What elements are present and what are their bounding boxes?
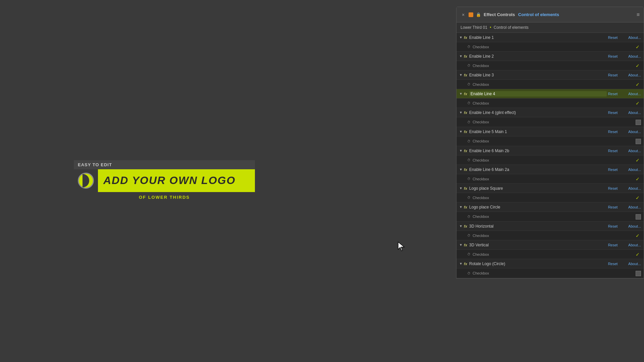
chevron-icon[interactable]: ▼ <box>459 243 463 247</box>
clock-icon: ⏱ <box>467 252 471 256</box>
logo-half-shape <box>83 174 89 187</box>
checkbox-row: ⏱Checkbox <box>457 212 644 222</box>
about-button[interactable]: About... <box>624 36 641 40</box>
reset-button[interactable]: Reset <box>607 130 619 134</box>
about-button[interactable]: About... <box>624 54 641 58</box>
chevron-icon[interactable]: ▼ <box>459 130 463 133</box>
chevron-icon[interactable]: ▼ <box>459 168 463 171</box>
checkbox-label: Checkbox <box>473 252 634 256</box>
effect-row: ▼fxEnable Line 2ResetAbout... <box>457 52 644 61</box>
checkbox-row: ⏱Checkbox✓ <box>457 250 644 259</box>
panel-title: Effect Controls Control of elements <box>484 12 634 17</box>
reset-button[interactable]: Reset <box>607 111 619 115</box>
fx-badge: fx <box>464 111 467 115</box>
fx-badge: fx <box>464 168 467 172</box>
logo-circle <box>74 169 98 192</box>
chevron-icon[interactable]: ▼ <box>459 205 463 209</box>
checkbox-value[interactable]: ✓ <box>634 101 641 106</box>
easy-to-edit-label: EASY TO EDIT <box>78 162 112 167</box>
reset-button[interactable]: Reset <box>607 73 619 77</box>
about-button[interactable]: About... <box>624 262 641 266</box>
checkbox-value[interactable]: ✓ <box>634 176 641 182</box>
reset-button[interactable]: Reset <box>607 168 619 172</box>
checkbox-empty-box <box>636 271 641 276</box>
reset-button[interactable]: Reset <box>607 54 619 58</box>
checkbox-label: Checkbox <box>473 82 634 86</box>
subtitle-bar: OF LOWER THIRDS <box>74 192 255 202</box>
effect-name: Enable Line 2 <box>469 54 607 59</box>
chevron-icon[interactable]: ▼ <box>459 262 463 265</box>
effect-name: Logo place Square <box>469 186 607 191</box>
checkbox-value[interactable] <box>636 270 641 276</box>
checkbox-row: ⏱Checkbox✓ <box>457 174 644 184</box>
about-button[interactable]: About... <box>624 149 641 153</box>
reset-button[interactable]: Reset <box>607 243 619 247</box>
about-button[interactable]: About... <box>624 73 641 77</box>
main-title-text: ADD YOUR OWN LOGO <box>98 174 241 187</box>
reset-button[interactable]: Reset <box>607 224 619 228</box>
clock-icon: ⏱ <box>467 139 471 143</box>
checkbox-row: ⏱Checkbox✓ <box>457 231 644 240</box>
fx-badge: fx <box>464 36 467 40</box>
checkbox-value[interactable] <box>636 119 641 125</box>
effect-row: ▼fxEnable Line 5 Main 1ResetAbout... <box>457 127 644 136</box>
effect-controls-panel: × 🔒 Effect Controls Control of elements … <box>456 7 644 279</box>
checkbox-label: Checkbox <box>473 45 634 49</box>
chevron-icon[interactable]: ▼ <box>459 186 463 190</box>
reset-button[interactable]: Reset <box>607 149 619 153</box>
reset-button[interactable]: Reset <box>607 92 619 96</box>
mouse-cursor <box>397 241 406 252</box>
checkbox-label: Checkbox <box>473 158 634 162</box>
effect-name: Enable Line 6 Main 2b <box>469 148 607 153</box>
about-button[interactable]: About... <box>624 168 641 172</box>
about-button[interactable]: About... <box>624 205 641 209</box>
svg-marker-0 <box>398 242 404 251</box>
about-button[interactable]: About... <box>624 186 641 190</box>
chevron-icon[interactable]: ▼ <box>459 92 463 96</box>
effect-row: ▼fxEnable Line 3ResetAbout... <box>457 70 644 80</box>
reset-button[interactable]: Reset <box>607 36 619 40</box>
effect-row: ▼fxEnable Line 6 Main 2aResetAbout... <box>457 165 644 174</box>
reset-button[interactable]: Reset <box>607 205 619 209</box>
about-button[interactable]: About... <box>624 130 641 134</box>
effect-row: ▼fx3D VerticalResetAbout... <box>457 240 644 250</box>
clock-icon: ⏱ <box>467 234 471 237</box>
effect-row: ▼fxEnable Line 1ResetAbout... <box>457 33 644 42</box>
subtitle-text: OF LOWER THIRDS <box>139 195 190 200</box>
clock-icon: ⏱ <box>467 45 471 49</box>
checkbox-row: ⏱Checkbox✓ <box>457 99 644 108</box>
about-button[interactable]: About... <box>624 243 641 247</box>
checkbox-value[interactable]: ✓ <box>634 158 641 163</box>
checkbox-value[interactable]: ✓ <box>634 233 641 238</box>
logo-circle-inner <box>78 173 94 189</box>
checkbox-value[interactable] <box>636 214 641 220</box>
checkbox-label: Checkbox <box>473 139 636 143</box>
checkbox-row: ⏱Checkbox✓ <box>457 42 644 52</box>
logo-main-bar: ADD YOUR OWN LOGO <box>74 169 255 192</box>
about-button[interactable]: About... <box>624 111 641 115</box>
preview-area: EASY TO EDIT ADD YOUR OWN LOGO OF LOWER … <box>0 0 329 362</box>
checkbox-value[interactable] <box>636 138 641 144</box>
checkbox-value[interactable]: ✓ <box>634 195 641 200</box>
chevron-icon[interactable]: ▼ <box>459 111 463 114</box>
chevron-icon[interactable]: ▼ <box>459 54 463 58</box>
close-button[interactable]: × <box>461 12 466 17</box>
clock-icon: ⏱ <box>467 82 471 86</box>
chevron-icon[interactable]: ▼ <box>459 73 463 77</box>
chevron-icon[interactable]: ▼ <box>459 224 463 228</box>
menu-icon[interactable]: ≡ <box>637 12 640 18</box>
checkbox-empty-box <box>636 139 641 144</box>
orange-square-icon <box>469 12 473 17</box>
checkbox-value[interactable]: ✓ <box>634 252 641 257</box>
fx-badge: fx <box>464 243 467 247</box>
effect-name: Logo place Circle <box>469 205 607 209</box>
about-button[interactable]: About... <box>624 224 641 228</box>
about-button[interactable]: About... <box>624 92 641 96</box>
chevron-icon[interactable]: ▼ <box>459 36 463 39</box>
checkbox-value[interactable]: ✓ <box>634 44 641 50</box>
checkbox-value[interactable]: ✓ <box>634 63 641 68</box>
chevron-icon[interactable]: ▼ <box>459 149 463 153</box>
checkbox-value[interactable]: ✓ <box>634 82 641 87</box>
reset-button[interactable]: Reset <box>607 186 619 190</box>
reset-button[interactable]: Reset <box>607 262 619 266</box>
